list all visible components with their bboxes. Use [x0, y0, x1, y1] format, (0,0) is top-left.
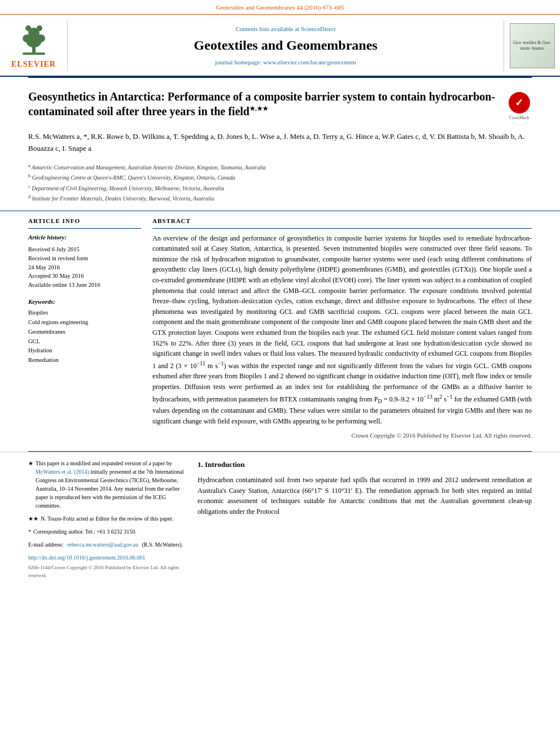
accepted-date: Accepted 30 May 2016 — [28, 272, 141, 281]
elsevier-tree-icon — [17, 23, 51, 56]
journal-reference-text: Geotextiles and Geomembranes 44 (2016) 6… — [216, 4, 344, 11]
journal-header-center: Contents lists available at ScienceDirec… — [68, 20, 504, 71]
bottom-section: ★ This paper is a modified and expanded … — [0, 452, 560, 586]
footnote-email: E-mail address: rebecca.mcwatters@aad.go… — [28, 540, 186, 549]
elsevier-logo-area: ELSEVIER — [0, 20, 68, 71]
received-revised-label: Received in revised form — [28, 254, 141, 263]
elsevier-wordmark: ELSEVIER — [11, 59, 56, 70]
abstract-text: An overview of the design and performanc… — [152, 233, 532, 427]
article-info-abstract-section: ARTICLE INFO Article history: Received 6… — [0, 211, 560, 445]
keyword-biopiles: Biopiles — [28, 308, 141, 318]
article-title: Geosynthetics in Antarctica: Performance… — [28, 89, 501, 119]
journal-url[interactable]: www.elsevier.com/locate/geotexmem — [263, 59, 356, 65]
abstract-col: ABSTRACT An overview of the design and p… — [152, 217, 532, 440]
introduction-text: Hydrocarbon contaminated soil from two s… — [198, 475, 532, 517]
svg-point-5 — [25, 25, 31, 31]
journal-cover-area: Geo- textiles & Geo- mem- branes — [504, 20, 560, 71]
sciencedirect-link[interactable]: ScienceDirect — [301, 25, 336, 32]
article-title-area: Geosynthetics in Antarctica: Performance… — [0, 78, 560, 131]
email-label: E-mail address: — [28, 540, 65, 549]
keyword-geomembranes: Geomembranes — [28, 327, 141, 337]
contents-available-line: Contents lists available at ScienceDirec… — [235, 25, 335, 33]
keyword-remediation: Remediation — [28, 356, 141, 365]
affiliations: a Antarctic Conservation and Management,… — [0, 159, 560, 211]
keyword-cold-regions: Cold regions engineering — [28, 318, 141, 327]
history-label: Article history: — [28, 233, 141, 242]
received-date: Received 6 July 2015 — [28, 245, 141, 254]
crossmark-label: CrossMark — [509, 115, 530, 121]
footnote-corresponding: * Corresponding author. Tel.: +61 3 6232… — [28, 527, 186, 536]
affiliation-b: b GeoEngineering Centre at Queen's-RMC, … — [28, 173, 532, 182]
keyword-hydration: Hydration — [28, 346, 141, 356]
introduction-col: 1. Introduction Hydrocarbon contaminated… — [198, 459, 532, 579]
affiliation-c: c Department of Civil Engineering, Monas… — [28, 184, 532, 193]
svg-point-6 — [37, 25, 42, 31]
title-stars: ★,★★ — [250, 106, 268, 112]
issn-copyright: 0266-1144/Crown Copyright © 2016 Publish… — [28, 564, 186, 579]
revised-date: 24 May 2016 — [28, 263, 141, 272]
article-info-col: ARTICLE INFO Article history: Received 6… — [28, 217, 141, 440]
journal-reference-bar: Geotextiles and Geomembranes 44 (2016) 6… — [0, 0, 560, 15]
journal-cover-image: Geo- textiles & Geo- mem- branes — [510, 23, 555, 68]
footnote-asterisk-symbol: * — [28, 527, 31, 536]
copyright-line: Crown Copyright © 2016 Published by Else… — [152, 431, 532, 440]
crossmark-icon: ✓ — [509, 92, 530, 113]
elsevier-logo: ELSEVIER — [11, 23, 56, 70]
footnote-double-star: ★★ N. Touze-Foltz acted as Editor for th… — [28, 514, 186, 523]
svg-rect-7 — [23, 53, 45, 55]
journal-homepage-line: journal homepage: www.elsevier.com/locat… — [215, 58, 356, 67]
footnote-star: ★ This paper is a modified and expanded … — [28, 459, 186, 510]
footnote-corresponding-text: Corresponding author. Tel.: +61 3 6232 3… — [33, 527, 137, 536]
footnotes-col: ★ This paper is a modified and expanded … — [28, 459, 186, 579]
article-info-label: ARTICLE INFO — [28, 217, 141, 228]
affiliation-a: a Antarctic Conservation and Management,… — [28, 163, 532, 172]
available-online: Available online 13 June 2016 — [28, 281, 141, 290]
doi-link[interactable]: http://dx.doi.org/10.1016/j.geotexmem.20… — [28, 553, 186, 562]
footnote-star-symbol: ★ — [28, 459, 33, 510]
introduction-title: 1. Introduction — [198, 459, 532, 470]
journal-header: ELSEVIER Contents lists available at Sci… — [0, 15, 560, 77]
journal-title: Geotextiles and Geomembranes — [194, 36, 377, 55]
abstract-label: ABSTRACT — [152, 217, 532, 228]
mcwatters-link[interactable]: McWatters et al. (2014) — [36, 469, 89, 475]
email-attribution: (R.S. McWatters). — [141, 540, 183, 549]
footnote-double-star-text: N. Touze-Foltz acted as Editor for the r… — [41, 514, 173, 523]
article-title-main: Geosynthetics in Antarctica: Performance… — [28, 89, 501, 125]
authors-line: R.S. McWatters a, *, R.K. Rowe b, D. Wil… — [0, 131, 560, 155]
email-link[interactable]: rebecca.mcwatters@aad.gov.au — [67, 540, 138, 549]
keywords-label: Keywords: — [28, 298, 141, 306]
keyword-gcl: GCL — [28, 337, 141, 347]
footnote-double-star-symbol: ★★ — [28, 514, 38, 523]
affiliation-d: d Institute for Frontier Materials, Deak… — [28, 194, 532, 203]
footnote-star-text: This paper is a modified and expanded ve… — [36, 459, 186, 510]
crossmark-area: ✓ CrossMark — [506, 89, 532, 125]
